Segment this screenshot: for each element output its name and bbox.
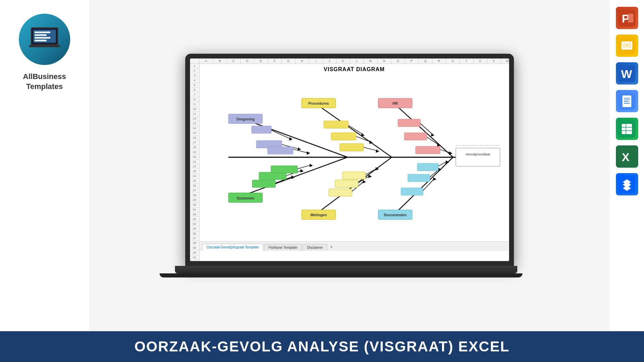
row-27: 27 xyxy=(190,188,199,193)
svg-text:Procedures: Procedures xyxy=(308,101,329,105)
row-30: 30 xyxy=(190,203,199,207)
svg-text:Metingen: Metingen xyxy=(310,213,327,217)
app-icon-gdocs[interactable] xyxy=(616,90,638,112)
svg-marker-63 xyxy=(368,174,371,178)
svg-rect-34 xyxy=(324,121,348,128)
app-icon-word[interactable]: W xyxy=(616,62,638,85)
col-N: N xyxy=(378,59,391,63)
diagram-title: VISGRAAT DIAGRAM xyxy=(200,64,509,74)
svg-marker-54 xyxy=(300,169,303,172)
laptop-base-icon xyxy=(29,45,60,47)
svg-rect-94 xyxy=(622,124,632,134)
gdocs-icon-svg xyxy=(618,93,635,110)
svg-rect-61 xyxy=(329,189,352,196)
svg-text:Gevolg/resultaat: Gevolg/resultaat xyxy=(465,152,490,156)
tab-oorzaak[interactable]: Oorzaak-GevolgVisgraat Template xyxy=(202,244,264,251)
col-V: V xyxy=(487,59,501,63)
bottom-banner-text: OORZAAK-GEVOLG ANALYSE (VISGRAAT) EXCEL xyxy=(134,338,509,355)
col-L: L xyxy=(350,59,364,63)
svg-text:Omgeving: Omgeving xyxy=(236,117,254,121)
svg-rect-79 xyxy=(628,14,633,23)
svg-rect-70 xyxy=(401,188,423,195)
app-icon-gslides[interactable] xyxy=(616,35,638,57)
row-22: 22 xyxy=(190,164,199,169)
row-26: 26 xyxy=(190,183,199,188)
svg-rect-90 xyxy=(624,100,630,100)
svg-line-65 xyxy=(364,168,377,175)
row-2: 2 xyxy=(190,68,199,73)
svg-rect-25 xyxy=(251,126,271,133)
svg-rect-31 xyxy=(267,147,293,154)
col-B: B xyxy=(213,59,227,63)
laptop-base-full xyxy=(175,266,517,273)
col-H: H xyxy=(295,59,309,63)
col-C: C xyxy=(227,59,241,63)
logo-circle xyxy=(19,14,70,65)
app-icon-dropbox[interactable] xyxy=(616,173,638,195)
col-I: I xyxy=(309,59,323,63)
row-20: 20 xyxy=(190,155,199,159)
row-8: 8 xyxy=(190,97,199,102)
col-K: K xyxy=(337,59,350,63)
col-W: W xyxy=(501,59,509,63)
row-11: 11 xyxy=(190,112,199,116)
row-38: 38 xyxy=(190,241,199,246)
svg-text:Systemen: Systemen xyxy=(237,196,254,200)
col-M: M xyxy=(364,59,378,63)
spreadsheet: A B C D E F G H I J xyxy=(190,59,509,261)
col-G: G xyxy=(282,59,295,63)
row-4: 4 xyxy=(190,78,199,83)
row-39: 39 xyxy=(190,246,199,250)
row-24: 24 xyxy=(190,174,199,179)
svg-rect-37 xyxy=(331,133,356,140)
excel-icon-svg: X xyxy=(618,148,635,165)
laptop-screen-inner xyxy=(33,30,56,43)
svg-marker-24 xyxy=(289,137,292,141)
laptop-screen-area: A B C D E F G H I J xyxy=(190,59,509,261)
col-J: J xyxy=(323,59,337,63)
laptop-outer: A B C D E F G H I J xyxy=(185,54,514,266)
row-35: 35 xyxy=(190,227,199,231)
svg-marker-57 xyxy=(309,164,313,167)
svg-text:X: X xyxy=(622,151,630,164)
tab-add-button[interactable]: + xyxy=(328,243,335,250)
svg-rect-43 xyxy=(398,119,420,127)
row-17: 17 xyxy=(190,140,199,145)
sheet-content: VISGRAAT DIAGRAM xyxy=(200,64,509,261)
row-3: 3 xyxy=(190,73,199,78)
row-14: 14 xyxy=(190,126,199,131)
sheet-body: 1 2 3 4 5 6 7 8 9 10 xyxy=(190,64,509,261)
svg-marker-39 xyxy=(376,150,379,153)
dropbox-icon-svg xyxy=(618,176,635,193)
gsheets-icon-svg xyxy=(618,120,635,138)
row-16: 16 xyxy=(190,135,199,140)
bottom-banner: OORZAAK-GEVOLG ANALYSE (VISGRAAT) EXCEL xyxy=(0,331,644,362)
row-12: 12 xyxy=(190,116,199,121)
content-area: AllBusiness Templates A xyxy=(0,0,644,331)
tab-disclaimer[interactable]: Disclaimer xyxy=(302,244,327,251)
app-icon-gsheets[interactable] xyxy=(616,118,638,140)
row-40: 40 xyxy=(190,250,199,255)
svg-rect-64 xyxy=(335,180,358,188)
row-6: 6 xyxy=(190,88,199,92)
brand-name: AllBusiness Templates xyxy=(23,72,66,91)
row-31: 31 xyxy=(190,207,199,212)
svg-rect-67 xyxy=(342,172,366,179)
main-container: AllBusiness Templates A xyxy=(0,0,644,362)
screen-line-2 xyxy=(35,34,47,36)
diagram-area: VISGRAAT DIAGRAM xyxy=(200,64,509,261)
col-F: F xyxy=(268,59,282,63)
tab-fishbone[interactable]: Fishbone Template xyxy=(264,244,302,251)
col-U: U xyxy=(473,59,487,63)
svg-rect-52 xyxy=(252,180,275,188)
word-icon-svg: W xyxy=(618,65,635,82)
corner-cell xyxy=(190,59,200,63)
app-icon-powerpoint[interactable]: P xyxy=(616,7,638,29)
svg-rect-73 xyxy=(408,174,430,182)
svg-rect-40 xyxy=(340,144,364,151)
svg-rect-46 xyxy=(404,133,427,140)
app-icon-excel[interactable]: X xyxy=(616,145,638,168)
svg-rect-20 xyxy=(456,148,500,167)
row-15: 15 xyxy=(190,131,199,135)
col-E: E xyxy=(254,59,268,63)
